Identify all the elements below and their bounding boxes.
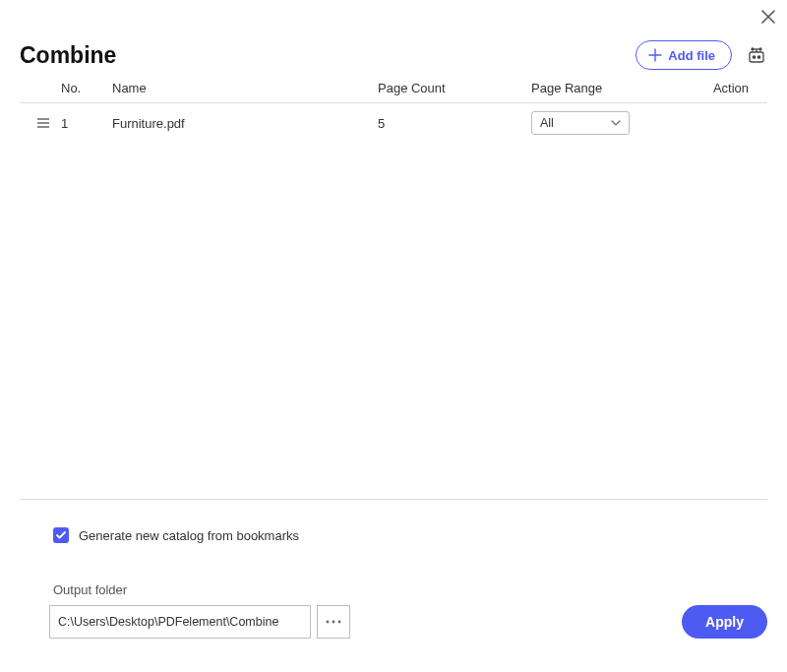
file-table: No. Name Page Count Page Range Action 1 … [20, 77, 767, 143]
generate-catalog-row: Generate new catalog from bookmarks [53, 527, 767, 543]
header-actions: Add file [636, 40, 767, 70]
drag-lines-icon [37, 118, 49, 128]
generate-catalog-checkbox[interactable] [53, 527, 69, 543]
svg-point-6 [333, 621, 335, 624]
cell-no: 1 [61, 116, 112, 131]
svg-rect-0 [750, 52, 763, 62]
output-folder-input[interactable] [49, 605, 311, 639]
generate-catalog-label: Generate new catalog from bookmarks [79, 528, 299, 543]
svg-point-7 [338, 621, 341, 624]
output-row: Apply [49, 605, 767, 639]
svg-point-2 [757, 56, 759, 58]
close-button[interactable] [759, 8, 777, 26]
table-row: 1 Furniture.pdf 5 All [20, 103, 767, 143]
footer: Generate new catalog from bookmarks Outp… [20, 499, 767, 672]
output-left [49, 605, 350, 639]
apply-button[interactable]: Apply [682, 605, 767, 639]
col-action: Action [677, 81, 767, 95]
col-count: Page Count [378, 81, 531, 95]
chevron-down-icon [611, 120, 621, 126]
col-name: Name [112, 81, 378, 95]
add-file-button[interactable]: Add file [636, 40, 732, 70]
table-header: No. Name Page Count Page Range Action [20, 77, 767, 98]
cell-range: All [531, 111, 677, 135]
add-file-label: Add file [668, 48, 715, 63]
drag-handle[interactable] [20, 118, 61, 128]
col-range: Page Range [531, 81, 677, 95]
svg-point-5 [327, 621, 330, 624]
browse-button[interactable] [317, 605, 350, 639]
divider [20, 499, 767, 500]
check-icon [56, 531, 66, 539]
page-range-select[interactable]: All [531, 111, 630, 135]
header: Combine Add file [20, 37, 767, 73]
ellipsis-icon [326, 620, 341, 624]
cell-name: Furniture.pdf [112, 116, 378, 131]
close-icon [761, 10, 775, 24]
page-range-value: All [540, 116, 554, 130]
cell-count: 5 [378, 116, 531, 131]
robot-icon [746, 44, 767, 66]
output-folder-label: Output folder [53, 582, 767, 597]
svg-point-1 [753, 56, 755, 58]
plus-icon [648, 48, 662, 62]
page-title: Combine [20, 42, 116, 69]
ai-assistant-button[interactable] [746, 44, 767, 66]
col-no: No. [61, 81, 112, 95]
